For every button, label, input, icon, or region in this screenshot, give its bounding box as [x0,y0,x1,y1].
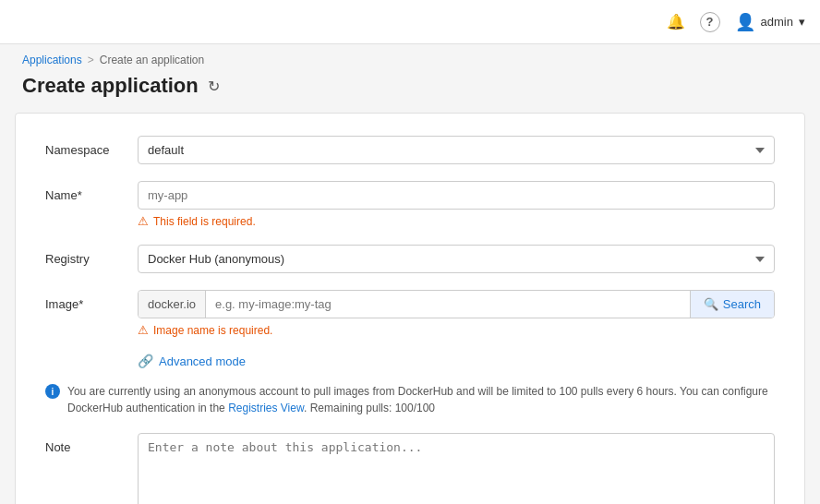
image-error-message: ⚠ Image name is required. [138,323,775,337]
namespace-row: Namespace default [45,136,775,164]
note-field [138,433,775,504]
advanced-mode-icon: 🔗 [138,354,153,368]
image-error-icon: ⚠ [138,323,149,337]
namespace-label: Namespace [45,136,138,157]
note-textarea[interactable] [138,433,775,504]
info-text: You are currently using an anonymous acc… [67,383,775,416]
help-icon[interactable]: ? [700,12,720,32]
image-prefix: docker.io [139,291,206,318]
chevron-down-icon: ▾ [799,15,805,29]
name-input[interactable] [138,181,775,210]
image-input-group: docker.io 🔍 Search [138,290,775,318]
image-row: Image* docker.io 🔍 Search ⚠ Image name i… [45,290,775,337]
search-icon: 🔍 [704,297,718,311]
name-label: Name* [45,181,138,202]
name-error-text: This field is required. [153,215,256,228]
user-menu[interactable]: 👤 admin ▾ [735,12,805,32]
image-label: Image* [45,290,138,311]
name-row: Name* ⚠ This field is required. [45,181,775,228]
advanced-mode-toggle[interactable]: 🔗 Advanced mode [138,354,775,368]
note-label: Note [45,433,138,454]
namespace-select[interactable]: default [138,136,775,164]
breadcrumb-separator: > [88,54,94,66]
username-label: admin [761,15,793,29]
namespace-field: default [138,136,775,164]
registry-label: Registry [45,245,138,266]
top-bar-icons: 🔔 ? 👤 admin ▾ [667,12,805,32]
bell-icon[interactable]: 🔔 [667,13,685,31]
top-bar: 🔔 ? 👤 admin ▾ [0,0,820,44]
breadcrumb-current: Create an application [100,54,204,66]
remaining-pulls-text: Remaining pulls: 100/100 [310,402,435,414]
name-field: ⚠ This field is required. [138,181,775,228]
page-title-row: Create application ↻ [0,70,820,113]
main-content: Namespace default Name* ⚠ This field is … [15,113,805,504]
advanced-mode-label: Advanced mode [159,354,246,368]
image-input[interactable] [206,291,690,318]
refresh-icon[interactable]: ↻ [208,78,220,95]
registry-field: Docker Hub (anonymous) [138,245,775,273]
search-button[interactable]: 🔍 Search [690,291,774,318]
info-icon: i [45,384,60,399]
search-button-label: Search [723,297,761,311]
registry-select[interactable]: Docker Hub (anonymous) [138,245,775,273]
name-error-message: ⚠ This field is required. [138,214,775,228]
user-avatar-icon: 👤 [735,12,755,32]
name-error-icon: ⚠ [138,214,149,228]
registries-view-link[interactable]: Registries View [228,402,304,414]
info-notice: i You are currently using an anonymous a… [45,383,775,416]
breadcrumb-parent-link[interactable]: Applications [22,54,82,66]
image-field-wrap: docker.io 🔍 Search ⚠ Image name is requi… [138,290,775,337]
page-title: Create application [22,74,199,98]
image-error-text: Image name is required. [153,324,272,337]
note-row: Note [45,433,775,504]
breadcrumb: Applications > Create an application [0,44,820,70]
registry-row: Registry Docker Hub (anonymous) [45,245,775,273]
